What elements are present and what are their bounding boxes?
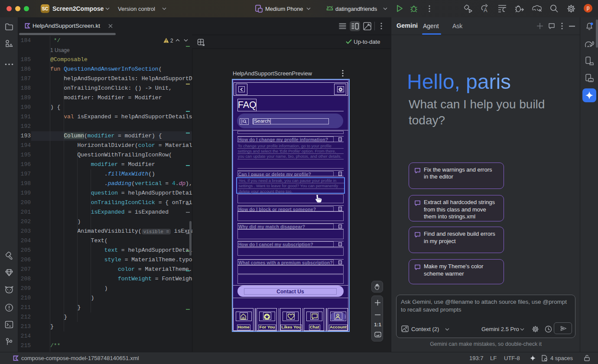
svg-text:A: A <box>484 7 488 13</box>
svg-text:2: 2 <box>170 38 173 44</box>
